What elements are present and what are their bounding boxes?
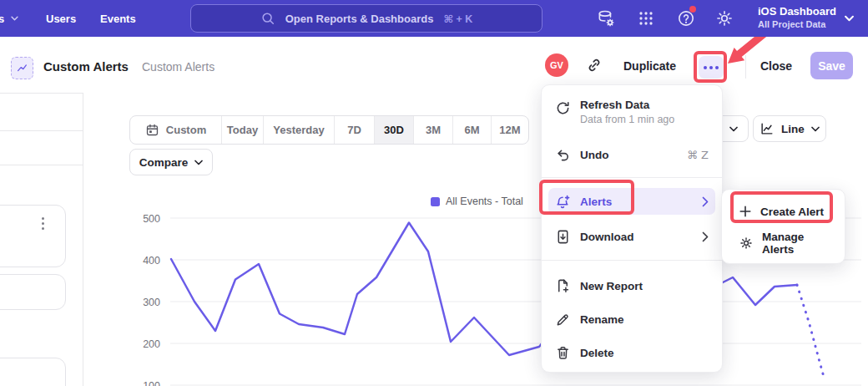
chevron-down-icon [194,160,203,165]
svg-text:200: 200 [143,338,160,350]
menu-item-label: Refresh Data [580,99,674,111]
menu-divider [542,177,722,178]
menu-item-undo[interactable]: Undo ⌘ Z [548,141,715,168]
refresh-icon [555,100,571,116]
svg-text:500: 500 [143,213,160,225]
submenu-item-manage-alerts[interactable]: Manage Alerts [727,229,840,257]
sidebar-row-divider [0,130,83,131]
calendar-icon [145,123,159,137]
chevron-down-icon [811,126,820,132]
project-scope: All Project Data [758,18,841,30]
undo-shortcut: ⌘ Z [687,149,709,161]
more-options-button[interactable] [699,56,724,79]
submenu-item-label: Manage Alerts [762,231,828,256]
project-name: iOS Dashboard [758,4,841,18]
toolbar-divider [745,55,746,79]
nav-item-users[interactable]: Users [46,0,76,37]
search-bar[interactable]: Open Reports & Dashboards ⌘ + K [190,4,542,33]
sidebar-right-border [83,93,83,386]
menu-item-label: Rename [580,313,624,326]
submenu-item-create-alert[interactable]: Create Alert [727,197,840,226]
legend-swatch [431,197,440,206]
search-icon [260,11,275,26]
report-type-icon [11,57,33,79]
date-range-selector: Custom Today Yesterday 7D 30D 3M 6M 12M [129,115,529,145]
menu-item-download[interactable]: Download [548,223,715,250]
share-link-icon[interactable] [586,57,603,74]
project-selector[interactable]: iOS Dashboard All Project Data [758,4,841,30]
nav-item-events[interactable]: Events [100,0,136,37]
chevron-down-icon[interactable] [845,15,854,22]
menu-divider [542,260,722,261]
date-option-7d[interactable]: 7D [335,116,375,144]
report-options-menu: Refresh Data Data from 1 min ago Undo ⌘ … [541,84,723,373]
sidebar-top-divider [0,93,83,94]
avatar[interactable]: GV [545,53,568,77]
chart-legend[interactable]: All Events - Total [431,196,523,207]
pencil-icon [555,312,571,328]
breadcrumb: Custom Alerts [142,60,214,74]
page-title: Custom Alerts [43,59,129,74]
undo-icon [555,147,571,163]
compare-button[interactable]: Compare [129,149,213,175]
menu-item-label: New Report [580,280,643,292]
close-button[interactable]: Close [760,59,792,73]
chevron-right-icon [702,231,709,242]
svg-text:100: 100 [143,380,160,386]
report-toolbar: Custom Alerts Custom Alerts GV Duplicate… [0,37,868,93]
chevron-right-icon [702,196,709,207]
data-management-icon[interactable] [596,8,616,28]
plus-icon [739,205,752,218]
sidebar-card[interactable] [0,205,66,267]
date-option-12m[interactable]: 12M [492,116,528,144]
settings-gear-icon[interactable] [714,8,734,28]
download-icon [555,229,571,245]
date-option-6m[interactable]: 6M [453,116,492,144]
menu-item-label: Delete [580,347,614,359]
notification-dot [689,6,696,13]
menu-item-label: Download [580,231,634,243]
legend-label: All Events - Total [446,196,523,207]
submenu-item-label: Create Alert [760,206,824,218]
duplicate-button[interactable]: Duplicate [623,59,676,73]
menu-item-label: Undo [580,149,609,161]
menu-item-alerts[interactable]: Alerts [548,188,715,215]
chevron-down-icon [11,16,18,21]
sidebar-row-divider [0,165,83,165]
menu-item-label: Alerts [580,196,612,208]
trash-icon [555,345,571,361]
alerts-submenu: Create Alert Manage Alerts [721,189,845,264]
date-option-label: Custom [166,124,206,136]
sidebar-card[interactable] [0,358,66,386]
refresh-status: Data from 1 min ago [580,114,674,125]
bell-plus-icon [555,194,571,210]
search-placeholder: Open Reports & Dashboards [285,13,434,25]
help-icon[interactable] [676,8,696,28]
chart-type-button[interactable]: Line [753,115,826,142]
nav-item-truncated[interactable]: s [0,0,18,37]
top-nav: s Users Events Open Reports & Dashboards… [0,0,868,37]
search-shortcut: ⌘ + K [443,13,472,25]
new-report-icon [555,278,571,294]
chevron-down-icon [729,126,738,132]
menu-item-refresh-data[interactable]: Refresh Data Data from 1 min ago [548,94,715,137]
menu-item-delete[interactable]: Delete [548,339,715,366]
apps-grid-icon[interactable] [636,8,656,28]
save-button[interactable]: Save [810,52,853,79]
svg-text:400: 400 [143,255,160,267]
menu-item-new-report[interactable]: New Report [548,272,715,299]
menu-item-rename[interactable]: Rename [548,306,715,333]
date-option-yesterday[interactable]: Yesterday [264,116,335,144]
svg-text:300: 300 [143,297,160,308]
kebab-menu-icon[interactable] [42,217,44,230]
line-chart-icon [760,121,775,136]
gear-icon [739,236,754,251]
sidebar-card[interactable] [0,274,66,310]
date-option-30d-selected[interactable]: 30D [375,116,414,144]
date-option-today[interactable]: Today [222,116,264,144]
date-option-custom[interactable]: Custom [130,116,222,144]
date-option-3m[interactable]: 3M [414,116,453,144]
